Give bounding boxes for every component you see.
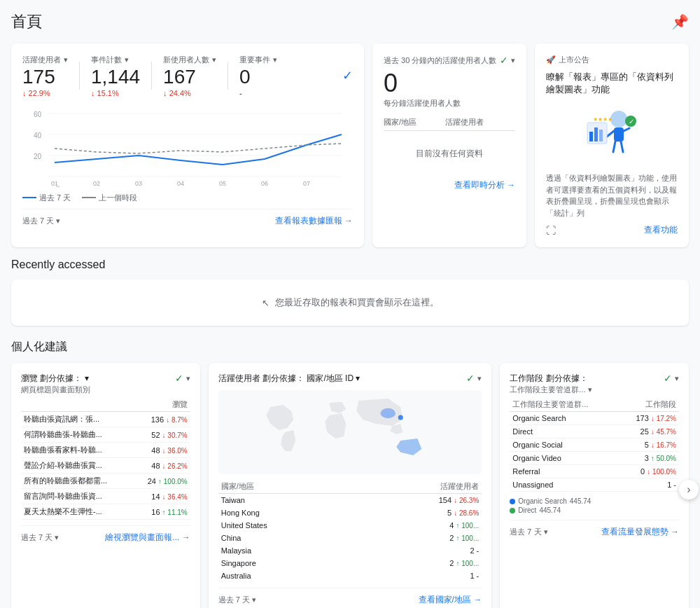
traffic-row-sessions: 5 ↓ 16.7% — [618, 438, 679, 452]
country-change-badge: ↓ 28.6% — [454, 509, 479, 517]
traffic-change-badge: ↓ 16.7% — [651, 441, 676, 449]
traffic-row-channel: Unassigned — [510, 478, 618, 492]
country-row-users: 2 ↑ 100... — [358, 532, 482, 544]
stat-label-events[interactable]: 事件計數 ▾ — [91, 55, 140, 65]
announcement-card: 🚀 上市公告 瞭解「報表」專區的「依資料列繪製圖表」功能 — [535, 43, 689, 247]
cursor-icon: ↖ — [262, 298, 270, 308]
stats-chart-svg: 60 40 20 01 10月 02 03 — [22, 103, 353, 187]
country-table-row: Hong Kong 5 ↓ 28.6% — [218, 506, 482, 519]
traffic-date-filter[interactable]: 過去 7 天 ▾ — [510, 527, 547, 537]
traffic-card: 工作階段 劃分依據： 工作階段主要管道群... ▾ ✓ ▾ — [500, 363, 689, 608]
traffic-legend: Organic Search 445.74 Direct 445.74 — [510, 497, 679, 514]
country-row-users: 154 ↓ 26.3% — [358, 494, 482, 507]
legend-previous: 上一個時段 — [82, 193, 137, 203]
traffic-groupby-label[interactable]: 工作階段主要管道群... ▾ — [510, 385, 592, 395]
traffic-change-badge: ↑ 50.0% — [651, 455, 676, 462]
country-row-name: China — [218, 532, 358, 544]
legend-current: 過去 7 天 — [22, 193, 71, 203]
traffic-row-channel: Direct — [510, 425, 618, 438]
map-view-link[interactable]: 查看國家/地區 → — [419, 594, 482, 606]
traffic-table-row: Organic Video 3 ↑ 50.0% — [510, 452, 679, 465]
realtime-controls: ✓ ▾ — [500, 55, 515, 66]
browsing-row-value: 48 ↓ 36.0% — [123, 443, 190, 458]
stat-divider-3 — [227, 62, 228, 90]
country-row-users: 5 ↓ 28.6% — [358, 506, 482, 519]
country-row-users: 2 ↑ 100... — [358, 557, 482, 569]
browsing-row-label: 留言詢問-聆聽曲張資... — [21, 489, 123, 504]
map-date-filter[interactable]: 過去 7 天 ▾ — [218, 595, 256, 605]
map-card-bottom: 過去 7 天 ▾ 查看國家/地區 → — [218, 588, 482, 606]
svg-rect-16 — [614, 127, 624, 141]
legend-organic: Organic Search 445.74 — [510, 497, 679, 505]
svg-point-30 — [380, 408, 396, 418]
browsing-table-row: 留言詢問-聆聽曲張資... 14 ↓ 36.4% — [21, 489, 190, 504]
browsing-table-row: 聲訟介紹-聆聽曲張賞... 48 ↓ 26.2% — [21, 458, 190, 474]
realtime-view-link[interactable]: 查看即時分析 → — [454, 179, 515, 191]
stats-card: 活躍使用者 ▾ 175 ↓ 22.9% 事件計數 ▾ 1,144 ↓ 15.1% — [11, 43, 364, 247]
realtime-table-header: 國家/地區 活躍使用者 — [384, 117, 515, 131]
browsing-date-filter[interactable]: 過去 7 天 ▾ — [21, 532, 59, 543]
legend-dot-organic — [510, 499, 515, 504]
traffic-row-sessions: 3 ↑ 50.0% — [618, 452, 679, 465]
stat-label-active-users[interactable]: 活躍使用者 ▾ — [22, 55, 68, 65]
map-card-header: 活躍使用者 劃分依據： 國家/地區 ID ▾ ✓ ▾ — [218, 373, 482, 385]
realtime-card: 過去 30 分鐘內的活躍使用者人數 ✓ ▾ 0 每分鐘活躍使用者人數 國家/地區… — [372, 43, 526, 247]
svg-text:★★★★: ★★★★ — [593, 116, 612, 123]
map-controls-btn[interactable]: ▾ — [477, 374, 482, 383]
browsing-col-label — [21, 398, 123, 412]
recently-accessed-title: Recently accessed — [11, 258, 689, 271]
browsing-dropdown[interactable]: ▾ — [85, 373, 89, 383]
stats-check-icon: ✓ — [342, 68, 353, 83]
country-table-row: China 2 ↑ 100... — [218, 532, 482, 544]
map-card: 活躍使用者 劃分依據： 國家/地區 ID ▾ ✓ ▾ — [209, 363, 492, 608]
traffic-view-link[interactable]: 查看流量發展態勢 → — [601, 526, 679, 538]
traffic-change-badge: ↓ 45.7% — [651, 428, 676, 436]
browsing-controls-btn[interactable]: ▾ — [186, 374, 190, 383]
announcement-view-link[interactable]: 查看功能 — [644, 224, 678, 236]
traffic-controls-btn[interactable]: ▾ — [675, 374, 679, 383]
country-row-users: 1 - — [358, 569, 482, 582]
svg-line-17 — [607, 131, 614, 137]
svg-text:03: 03 — [135, 180, 142, 187]
traffic-row-channel: Referral — [510, 465, 618, 478]
browsing-row-value: 52 ↓ 30.7% — [123, 427, 190, 443]
stat-label-key-events[interactable]: 重要事件 ▾ — [239, 55, 277, 65]
svg-rect-24 — [599, 130, 603, 141]
stats-date-filter[interactable]: 過去 7 天 ▾ — [22, 216, 60, 226]
browsing-row-label: 聆聽曲張看家料-聆聽... — [21, 443, 123, 458]
page-header: 首頁 📌 — [11, 11, 689, 32]
map-header-sub: 劃分依據： — [262, 373, 307, 383]
browsing-table-row: 聆聽曲張看家料-聆聽... 48 ↓ 36.0% — [21, 443, 190, 458]
country-table-row: Australia 1 - — [218, 569, 482, 582]
stat-value-active-users: 175 — [22, 65, 68, 89]
announcement-illustration: ★★★★ ✓ — [546, 102, 678, 167]
svg-line-18 — [624, 128, 629, 131]
map-groupby[interactable]: 國家/地區 ID ▾ — [307, 373, 360, 383]
traffic-row-channel: Organic Video — [510, 452, 618, 465]
traffic-row-sessions: 25 ↓ 45.7% — [618, 425, 679, 438]
stat-value-key-events: 0 — [239, 65, 277, 89]
realtime-dropdown-btn[interactable]: ▾ — [511, 56, 515, 65]
announcement-svg: ★★★★ ✓ — [580, 102, 643, 165]
carousel-next-btn[interactable]: › — [679, 480, 699, 499]
traffic-row-channel: Organic Search — [510, 412, 618, 425]
realtime-check-icon: ✓ — [500, 55, 508, 66]
dropdown-arrow-events: ▾ — [125, 55, 129, 64]
country-change-badge: ↑ 100... — [456, 560, 479, 567]
pin-icon[interactable]: 📌 — [671, 13, 689, 30]
expand-icon[interactable]: ⛶ — [546, 225, 556, 236]
world-map-svg — [218, 390, 482, 474]
traffic-table-row: Organic Social 5 ↓ 16.7% — [510, 438, 679, 452]
traffic-row-sessions: 1 - — [618, 478, 679, 492]
browsing-view-link[interactable]: 繪視瀏覽與畫面報... → — [105, 532, 190, 544]
stat-label-new-users[interactable]: 新使用者人數 ▾ — [163, 55, 216, 65]
country-table-row: United States 4 ↑ 100... — [218, 519, 482, 532]
stats-view-link[interactable]: 查看報表數據匯報 → — [275, 215, 353, 227]
svg-text:10月: 10月 — [48, 186, 61, 187]
stat-change-events: ↓ 15.1% — [91, 89, 140, 97]
legend-line-current — [22, 197, 36, 198]
country-change-badge: - — [477, 572, 479, 580]
country-change-badge: - — [477, 546, 479, 555]
personalized-title: 個人化建議 — [11, 340, 689, 354]
dropdown-arrow-new-users: ▾ — [212, 55, 216, 64]
